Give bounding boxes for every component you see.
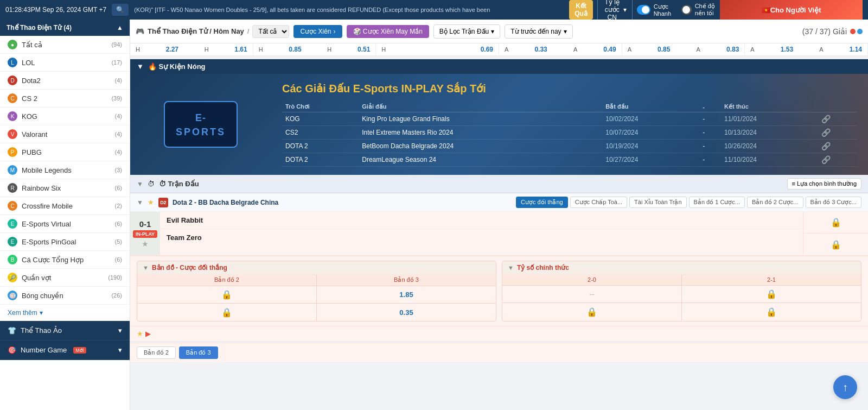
sidebar-item-label-all: Tất cả: [22, 41, 42, 49]
game-cell: KOG: [282, 112, 359, 126]
bet-cell-val-035[interactable]: 0.35: [317, 304, 496, 321]
color-dots: [850, 29, 863, 34]
link-cell[interactable]: 🔗: [818, 153, 857, 167]
tab-ban-do-1[interactable]: Bản đồ 1 Cược...: [689, 197, 745, 208]
sidebar-item-all[interactable]: ● Tất cả (94): [0, 36, 130, 54]
sidebar-item-dota2[interactable]: D Dota2 (4): [0, 72, 130, 90]
odds-lock-1[interactable]: 🔒: [803, 212, 868, 234]
play-icon[interactable]: ▶: [145, 330, 151, 338]
table-row: DOTA 2 BetBoom Dacha Belgrade 2024 10/19…: [282, 140, 857, 153]
sidebar: Thể Thao Điện Tử (4) ▲ ● Tất cả (94) L L…: [0, 20, 130, 410]
match-star-icon[interactable]: ★: [148, 198, 154, 206]
bottom-star-icon[interactable]: ★: [137, 330, 143, 338]
odds-lock-2[interactable]: 🔒: [803, 234, 868, 255]
result-button[interactable]: Kết Quả: [569, 0, 593, 20]
link-cell[interactable]: 🔗: [818, 140, 857, 153]
tab-tai-xiu[interactable]: Tài Xỉu Toàn Trận: [629, 197, 686, 208]
col-start: Bắt đầu: [602, 102, 699, 112]
ban-do-3-tab[interactable]: Bản đồ 3: [179, 346, 218, 359]
sidebar-item-kog[interactable]: K KOG (4): [0, 108, 130, 125]
odds-cell-5: A 0.85 A 0.83: [622, 43, 745, 55]
end-cell: 10/13/2024: [721, 126, 818, 140]
inplay-teams: 0-1 IN-PLAY ★ Evil Rabbit Team Zero: [130, 212, 868, 256]
ca-cuoc-icon: B: [8, 255, 17, 264]
bet-cell-lock-2[interactable]: 🔒: [137, 304, 316, 321]
sep-cell: -: [699, 126, 721, 140]
scroll-to-top-button[interactable]: ↑: [833, 375, 857, 399]
fast-bet-toggle[interactable]: [637, 5, 650, 15]
sidebar-item-rainbow[interactable]: R Rainbow Six (6): [0, 179, 130, 197]
sidebar-count-ml: (3): [115, 167, 122, 173]
external-link-icon[interactable]: 🔗: [821, 142, 831, 150]
match-section-header[interactable]: ▼ ⏱ ⏱ Trận Đấu ≡ Lựa chọn bình thường: [130, 175, 868, 193]
sidebar-item-pubg[interactable]: P PUBG (4): [0, 143, 130, 161]
topbar-marquee: (KOR)" [ITF - W50 Nanao Women Doubles - …: [134, 7, 564, 13]
search-button[interactable]: 🔍: [112, 4, 129, 16]
sidebar-item-esports-virtual[interactable]: E E-Sports Virtual (6): [0, 215, 130, 233]
sidebar-item-crossfire[interactable]: C Crossfire Mobile (2): [0, 197, 130, 215]
chevron-down-icon[interactable]: ▼: [508, 264, 514, 271]
tab-cuoc-doi-thang[interactable]: Cược đối thắng: [516, 197, 568, 208]
bet-cell-val-185[interactable]: 1.85: [317, 286, 496, 304]
match-chevron-down[interactable]: ▼: [137, 199, 143, 206]
valorant-icon: V: [8, 129, 17, 139]
filter-select[interactable]: Tất cả: [252, 25, 289, 38]
sidebar-item-esports-pingoal[interactable]: E E-Sports PinGoal (5): [0, 233, 130, 251]
night-mode-toggle[interactable]: [681, 5, 691, 15]
sidebar-count-cs2: (39): [111, 95, 122, 102]
bo-loc-tran-dau-button[interactable]: Bộ Lọc Trận Đấu ▾: [433, 24, 500, 39]
team1-name: Evil Rabbit: [167, 216, 203, 224]
cuoc-xien-may-man-button[interactable]: 🎲 Cược Xiên May Mắn: [347, 25, 429, 38]
sidebar-item-mobile-legends[interactable]: M Mobile Legends (3): [0, 161, 130, 179]
chevron-down-icon: ▼: [137, 180, 143, 188]
hot-section-header[interactable]: ▼ 🔥 Sự Kiện Nóng: [130, 59, 868, 74]
external-link-icon[interactable]: 🔗: [821, 115, 831, 123]
col-league: Giải đấu: [359, 102, 602, 112]
team-team-zero: Team Zero: [160, 229, 803, 246]
game-cell: CS2: [282, 126, 359, 140]
page-title: 🎮 Thể Thao Điện Tử / Hôm Nay / Tất cả: [136, 25, 289, 38]
chevron-down-icon[interactable]: ▼: [143, 264, 149, 271]
lock-icon: 🔒: [586, 307, 597, 317]
bet-cell-lock-5[interactable]: 🔒: [682, 303, 861, 320]
chevron-up-icon: ▲: [117, 24, 123, 31]
sidebar-item-quan-vot[interactable]: 🎾 Quần vợt (190): [0, 269, 130, 287]
tu-truoc-den-nay-button[interactable]: Từ trước đến nay ▾: [505, 24, 572, 39]
tab-ban-do-3[interactable]: Bản đồ 3 Cược...: [806, 197, 861, 208]
col-sep: -: [699, 102, 721, 112]
sidebar-section-header[interactable]: Thể Thao Điện Tử (4) ▲: [0, 20, 130, 36]
sidebar-item-lol[interactable]: L LOL (17): [0, 54, 130, 72]
link-cell[interactable]: 🔗: [818, 126, 857, 140]
sidebar-item-bong-chuyen[interactable]: 🏐 Bóng chuyền (26): [0, 287, 130, 305]
sidebar-item-label-quanvot: Quần vợt: [22, 274, 51, 282]
sidebar-item-the-thao-ao[interactable]: 👕 Thể Thao Ảo ▾: [0, 321, 130, 340]
bet-cell-lock-4[interactable]: 🔒: [682, 286, 861, 303]
link-cell[interactable]: 🔗: [818, 112, 857, 126]
cuoc-xien-button[interactable]: Cược Xiên ›: [293, 25, 342, 38]
odds-cell-6: A 1.53 A 1.14: [745, 43, 868, 55]
binh-thuong-button[interactable]: ≡ Lựa chọn bình thường: [787, 178, 861, 190]
banner-logo-area: E- SPORTS: [130, 74, 271, 175]
see-more-button[interactable]: Xem thêm ▾: [0, 305, 130, 321]
inplay-star-icon[interactable]: ★: [142, 239, 149, 248]
external-link-icon[interactable]: 🔗: [821, 128, 831, 137]
sidebar-item-cs2[interactable]: C CS 2 (39): [0, 90, 130, 108]
sidebar-item-number-game[interactable]: 🎯 Number Game Mới ▾: [0, 340, 130, 360]
chevron-down-icon: ▼: [137, 62, 144, 71]
score-box: 0-1 IN-PLAY ★: [130, 212, 160, 255]
tab-ban-do-2[interactable]: Bản đồ 2 Cược...: [747, 197, 803, 208]
sidebar-item-ca-cuoc[interactable]: B Cá Cược Tổng Hợp (6): [0, 251, 130, 269]
tab-cuoc-chap[interactable]: Cược Chấp Toà...: [570, 197, 627, 208]
sidebar-count-crossfire: (2): [115, 203, 122, 209]
bet-cell-lock-1[interactable]: 🔒: [137, 286, 316, 304]
mobile-legends-icon: M: [8, 165, 17, 175]
sidebar-count-all: (94): [111, 41, 122, 48]
bet-cell-lock-3[interactable]: 🔒: [502, 303, 681, 320]
col-end: Kết thúc: [721, 102, 818, 112]
bet-cell-dash: --: [502, 286, 681, 303]
ban-do-2-tab[interactable]: Bản đồ 2: [137, 346, 176, 359]
bet-col-ban-do-3: Bản đồ 3 1.85 0.35: [317, 274, 496, 321]
lock-icon: 🔒: [221, 289, 232, 300]
sidebar-item-valorant[interactable]: V Valorant (4): [0, 125, 130, 143]
external-link-icon[interactable]: 🔗: [821, 155, 831, 164]
